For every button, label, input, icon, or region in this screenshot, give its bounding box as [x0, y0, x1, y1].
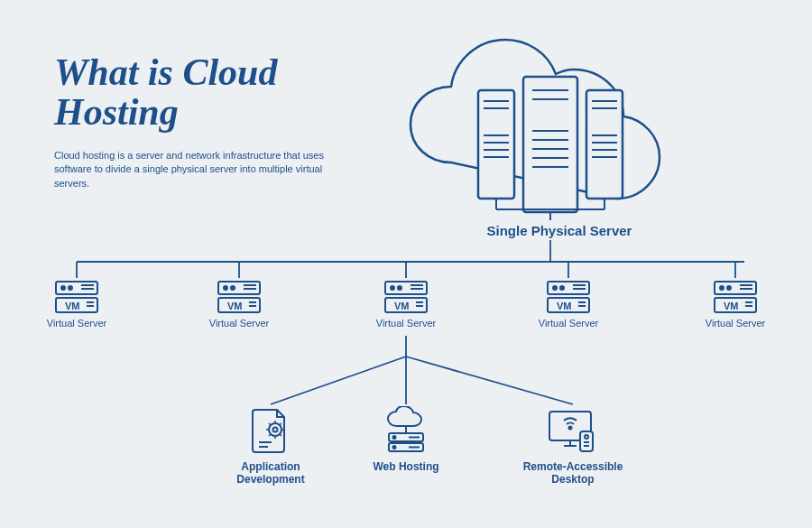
- vm-server-icon: VM: [383, 280, 429, 314]
- physical-servers-icon: [478, 77, 623, 212]
- svg-text:VM: VM: [65, 301, 80, 311]
- svg-text:VM: VM: [557, 301, 572, 311]
- vm-label: Virtual Server: [185, 318, 293, 329]
- vm-node: VM Virtual Server: [185, 280, 293, 329]
- svg-point-40: [69, 286, 72, 290]
- use-connectors: [271, 336, 573, 404]
- svg-line-34: [271, 357, 406, 404]
- svg-point-85: [273, 428, 278, 432]
- svg-line-36: [406, 357, 573, 404]
- vm-label: Virtual Server: [514, 318, 623, 329]
- tree-connectors: [77, 240, 744, 278]
- vm-node: VM Virtual Server: [23, 280, 131, 329]
- use-node-web-hosting: Web Hosting: [343, 406, 469, 473]
- vm-label: Virtual Server: [681, 318, 789, 329]
- svg-point-96: [393, 436, 396, 439]
- use-node-remote-desktop: Remote-AccessibleDesktop: [510, 406, 636, 486]
- monitor-remote-icon: [546, 406, 600, 455]
- cloud-server-icon: [382, 406, 430, 455]
- svg-text:VM: VM: [724, 301, 739, 311]
- vm-server-icon: VM: [546, 280, 591, 314]
- svg-point-75: [720, 286, 724, 290]
- use-row: ApplicationDevelopment Web Hosting: [0, 406, 812, 505]
- svg-line-91: [280, 434, 281, 436]
- svg-point-104: [569, 427, 572, 430]
- vm-server-icon: VM: [217, 280, 262, 314]
- vm-label: Virtual Server: [23, 318, 131, 329]
- svg-point-66: [553, 286, 557, 290]
- svg-point-76: [727, 286, 731, 290]
- physical-server-label: Single Physical Server: [451, 223, 668, 238]
- svg-line-93: [280, 423, 281, 425]
- use-label: Remote-AccessibleDesktop: [510, 460, 636, 486]
- svg-text:VM: VM: [227, 301, 243, 311]
- svg-point-57: [391, 286, 394, 290]
- use-node-app-dev: ApplicationDevelopment: [208, 406, 334, 486]
- vm-server-icon: VM: [713, 280, 758, 314]
- vm-node: VM Virtual Server: [352, 280, 460, 329]
- vm-node: VM Virtual Server: [514, 280, 623, 329]
- svg-line-92: [269, 434, 271, 436]
- vm-label: Virtual Server: [352, 318, 460, 329]
- svg-line-90: [269, 423, 271, 425]
- use-label: Web Hosting: [343, 460, 469, 473]
- svg-text:VM: VM: [394, 301, 410, 311]
- svg-rect-1: [523, 77, 577, 212]
- svg-rect-0: [478, 90, 514, 199]
- svg-point-58: [398, 286, 401, 290]
- svg-point-97: [393, 446, 396, 449]
- svg-point-48: [224, 286, 227, 290]
- svg-point-67: [560, 286, 564, 290]
- svg-rect-2: [586, 90, 623, 199]
- document-gear-icon: [246, 406, 295, 455]
- vm-server-icon: VM: [54, 280, 99, 314]
- use-label: ApplicationDevelopment: [208, 460, 334, 486]
- svg-point-84: [269, 423, 281, 436]
- svg-point-39: [61, 286, 65, 290]
- vm-node: VM Virtual Server: [681, 280, 789, 329]
- vm-row: VM Virtual Server VM Virtual Server: [0, 280, 812, 343]
- svg-point-49: [231, 286, 235, 290]
